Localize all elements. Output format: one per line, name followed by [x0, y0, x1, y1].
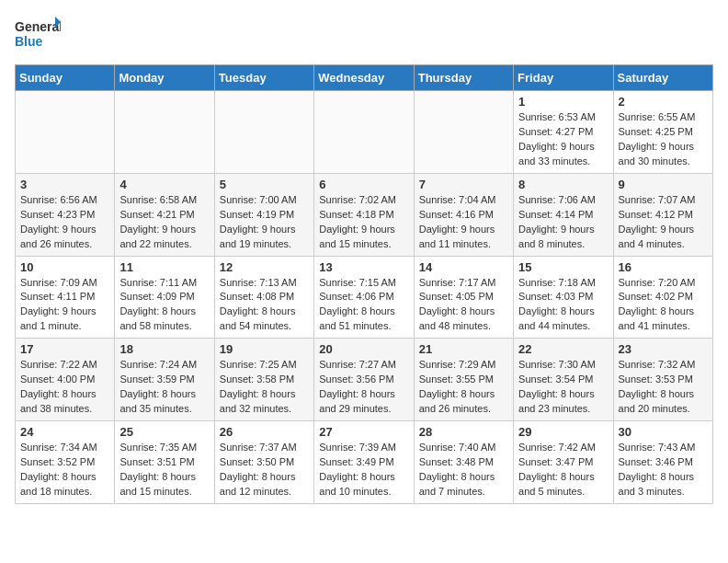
calendar-cell: 21Sunrise: 7:29 AM Sunset: 3:55 PM Dayli…: [414, 339, 513, 421]
day-number: 15: [518, 260, 608, 274]
day-number: 22: [518, 342, 608, 356]
calendar-cell: 8Sunrise: 7:06 AM Sunset: 4:14 PM Daylig…: [514, 173, 613, 256]
day-info: Sunrise: 6:56 AM Sunset: 4:23 PM Dayligh…: [20, 193, 109, 252]
svg-text:General: General: [15, 19, 61, 34]
calendar-cell: [16, 91, 115, 174]
calendar-cell: 3Sunrise: 6:56 AM Sunset: 4:23 PM Daylig…: [16, 173, 115, 256]
svg-text:Blue: Blue: [15, 34, 43, 49]
calendar-cell: 29Sunrise: 7:42 AM Sunset: 3:47 PM Dayli…: [514, 421, 613, 504]
day-info: Sunrise: 7:37 AM Sunset: 3:50 PM Dayligh…: [220, 441, 309, 500]
calendar-week-2: 3Sunrise: 6:56 AM Sunset: 4:23 PM Daylig…: [16, 173, 713, 256]
day-info: Sunrise: 7:39 AM Sunset: 3:49 PM Dayligh…: [319, 441, 408, 500]
calendar-cell: 12Sunrise: 7:13 AM Sunset: 4:08 PM Dayli…: [214, 256, 313, 339]
calendar-cell: 20Sunrise: 7:27 AM Sunset: 3:56 PM Dayli…: [314, 339, 414, 421]
calendar-cell: [414, 91, 513, 174]
calendar-cell: 25Sunrise: 7:35 AM Sunset: 3:51 PM Dayli…: [115, 421, 214, 504]
calendar-cell: 10Sunrise: 7:09 AM Sunset: 4:11 PM Dayli…: [16, 256, 115, 339]
day-number: 12: [220, 260, 309, 274]
calendar-cell: 27Sunrise: 7:39 AM Sunset: 3:49 PM Dayli…: [314, 421, 414, 504]
weekday-header-sunday: Sunday: [16, 65, 115, 91]
day-info: Sunrise: 7:43 AM Sunset: 3:46 PM Dayligh…: [619, 441, 708, 500]
day-number: 25: [119, 425, 209, 439]
day-number: 14: [419, 260, 508, 274]
day-info: Sunrise: 7:34 AM Sunset: 3:52 PM Dayligh…: [20, 441, 109, 500]
calendar-week-1: 1Sunrise: 6:53 AM Sunset: 4:27 PM Daylig…: [16, 91, 713, 174]
calendar-cell: 30Sunrise: 7:43 AM Sunset: 3:46 PM Dayli…: [613, 421, 712, 504]
day-info: Sunrise: 7:22 AM Sunset: 4:00 PM Dayligh…: [20, 358, 109, 417]
calendar-cell: 4Sunrise: 6:58 AM Sunset: 4:21 PM Daylig…: [115, 173, 214, 256]
day-number: 29: [518, 425, 608, 439]
day-info: Sunrise: 7:02 AM Sunset: 4:18 PM Dayligh…: [319, 193, 408, 252]
calendar-cell: 7Sunrise: 7:04 AM Sunset: 4:16 PM Daylig…: [414, 173, 513, 256]
day-number: 11: [119, 260, 209, 274]
day-number: 3: [20, 178, 109, 191]
day-info: Sunrise: 7:09 AM Sunset: 4:11 PM Dayligh…: [20, 276, 109, 335]
day-info: Sunrise: 7:40 AM Sunset: 3:48 PM Dayligh…: [419, 441, 508, 500]
day-info: Sunrise: 6:55 AM Sunset: 4:25 PM Dayligh…: [619, 110, 708, 169]
calendar-cell: 24Sunrise: 7:34 AM Sunset: 3:52 PM Dayli…: [16, 421, 115, 504]
calendar-week-3: 10Sunrise: 7:09 AM Sunset: 4:11 PM Dayli…: [16, 256, 713, 339]
calendar-table: SundayMondayTuesdayWednesdayThursdayFrid…: [15, 64, 713, 504]
day-number: 9: [619, 178, 708, 191]
day-info: Sunrise: 7:20 AM Sunset: 4:02 PM Dayligh…: [619, 276, 708, 335]
weekday-header-wednesday: Wednesday: [314, 65, 414, 91]
calendar-cell: 16Sunrise: 7:20 AM Sunset: 4:02 PM Dayli…: [613, 256, 712, 339]
day-info: Sunrise: 7:30 AM Sunset: 3:54 PM Dayligh…: [518, 358, 608, 417]
calendar-cell: 28Sunrise: 7:40 AM Sunset: 3:48 PM Dayli…: [414, 421, 513, 504]
calendar-cell: [314, 91, 414, 174]
weekday-header-thursday: Thursday: [414, 65, 513, 91]
calendar-cell: 11Sunrise: 7:11 AM Sunset: 4:09 PM Dayli…: [115, 256, 214, 339]
day-info: Sunrise: 7:15 AM Sunset: 4:06 PM Dayligh…: [319, 276, 408, 335]
day-number: 10: [20, 260, 109, 274]
weekday-header-monday: Monday: [115, 65, 214, 91]
day-info: Sunrise: 7:25 AM Sunset: 3:58 PM Dayligh…: [220, 358, 309, 417]
weekday-header-row: SundayMondayTuesdayWednesdayThursdayFrid…: [16, 65, 713, 91]
calendar-cell: 1Sunrise: 6:53 AM Sunset: 4:27 PM Daylig…: [514, 91, 613, 174]
day-number: 13: [319, 260, 408, 274]
day-number: 27: [319, 425, 408, 439]
day-number: 23: [619, 342, 708, 356]
calendar-cell: 15Sunrise: 7:18 AM Sunset: 4:03 PM Dayli…: [514, 256, 613, 339]
day-number: 4: [119, 178, 209, 191]
calendar-cell: 2Sunrise: 6:55 AM Sunset: 4:25 PM Daylig…: [613, 91, 712, 174]
calendar-cell: 14Sunrise: 7:17 AM Sunset: 4:05 PM Dayli…: [414, 256, 513, 339]
day-number: 6: [319, 178, 408, 191]
weekday-header-friday: Friday: [514, 65, 613, 91]
calendar-cell: 9Sunrise: 7:07 AM Sunset: 4:12 PM Daylig…: [613, 173, 712, 256]
day-info: Sunrise: 7:42 AM Sunset: 3:47 PM Dayligh…: [518, 441, 608, 500]
day-number: 26: [220, 425, 309, 439]
day-number: 2: [619, 95, 708, 109]
header: General Blue: [15, 15, 713, 55]
day-info: Sunrise: 7:06 AM Sunset: 4:14 PM Dayligh…: [518, 193, 608, 252]
calendar-cell: [115, 91, 214, 174]
day-info: Sunrise: 7:32 AM Sunset: 3:53 PM Dayligh…: [619, 358, 708, 417]
calendar-cell: 22Sunrise: 7:30 AM Sunset: 3:54 PM Dayli…: [514, 339, 613, 421]
day-info: Sunrise: 7:13 AM Sunset: 4:08 PM Dayligh…: [220, 276, 309, 335]
day-number: 7: [419, 178, 508, 191]
day-number: 5: [220, 178, 309, 191]
day-number: 1: [518, 95, 608, 109]
logo: General Blue: [15, 15, 61, 55]
day-number: 21: [419, 342, 508, 356]
day-info: Sunrise: 7:27 AM Sunset: 3:56 PM Dayligh…: [319, 358, 408, 417]
calendar-cell: 13Sunrise: 7:15 AM Sunset: 4:06 PM Dayli…: [314, 256, 414, 339]
calendar-week-4: 17Sunrise: 7:22 AM Sunset: 4:00 PM Dayli…: [16, 339, 713, 421]
calendar-cell: [214, 91, 313, 174]
day-info: Sunrise: 7:18 AM Sunset: 4:03 PM Dayligh…: [518, 276, 608, 335]
day-number: 8: [518, 178, 608, 191]
day-info: Sunrise: 7:11 AM Sunset: 4:09 PM Dayligh…: [119, 276, 209, 335]
calendar-cell: 19Sunrise: 7:25 AM Sunset: 3:58 PM Dayli…: [214, 339, 313, 421]
day-info: Sunrise: 7:07 AM Sunset: 4:12 PM Dayligh…: [619, 193, 708, 252]
day-info: Sunrise: 7:00 AM Sunset: 4:19 PM Dayligh…: [220, 193, 309, 252]
day-info: Sunrise: 7:35 AM Sunset: 3:51 PM Dayligh…: [119, 441, 209, 500]
day-info: Sunrise: 6:58 AM Sunset: 4:21 PM Dayligh…: [119, 193, 209, 252]
calendar-cell: 26Sunrise: 7:37 AM Sunset: 3:50 PM Dayli…: [214, 421, 313, 504]
day-number: 18: [119, 342, 209, 356]
day-number: 16: [619, 260, 708, 274]
calendar-cell: 23Sunrise: 7:32 AM Sunset: 3:53 PM Dayli…: [613, 339, 712, 421]
logo-svg: General Blue: [15, 15, 61, 55]
day-info: Sunrise: 7:17 AM Sunset: 4:05 PM Dayligh…: [419, 276, 508, 335]
day-number: 19: [220, 342, 309, 356]
weekday-header-tuesday: Tuesday: [214, 65, 313, 91]
day-number: 17: [20, 342, 109, 356]
